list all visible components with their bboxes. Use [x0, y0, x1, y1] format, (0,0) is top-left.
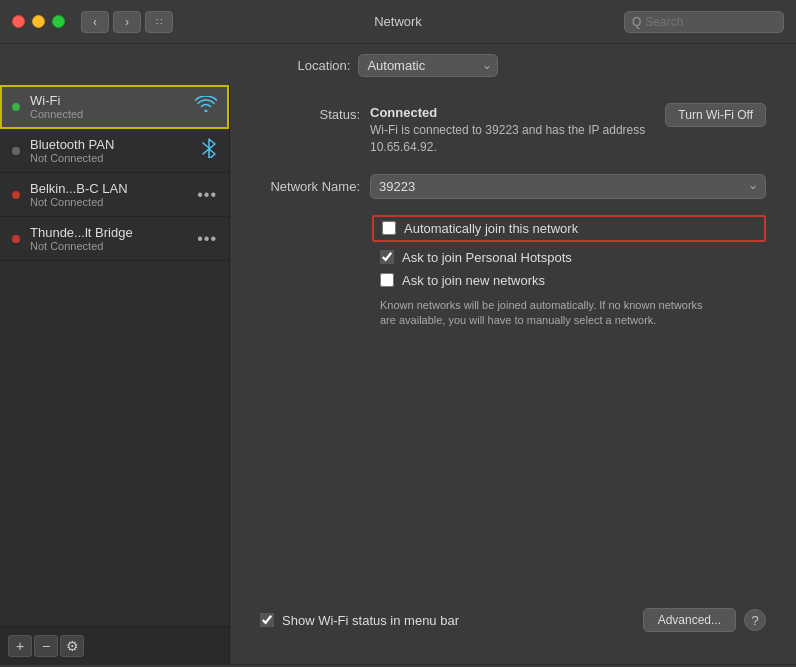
location-label: Location:: [298, 58, 351, 73]
auto-join-label: Automatically join this network: [404, 221, 578, 236]
gear-button[interactable]: ⚙: [60, 635, 84, 657]
wifi-icon: [195, 96, 217, 117]
search-bar[interactable]: Q: [624, 11, 784, 33]
personal-hotspot-checkbox[interactable]: [380, 250, 394, 264]
network-name-row: Network Name: 39223: [260, 174, 766, 199]
location-bar: Location: Automatic Home Work: [0, 44, 796, 85]
minimize-button[interactable]: [32, 15, 45, 28]
status-dot-thunderbolt: [12, 235, 20, 243]
wifi-item-info: Wi-Fi Connected: [30, 93, 185, 120]
belkin-item-status: Not Connected: [30, 196, 187, 208]
forward-button[interactable]: ›: [113, 11, 141, 33]
status-label: Status:: [260, 105, 370, 122]
sidebar-list: Wi-Fi Connected Bluetooth PAN: [0, 85, 229, 626]
turn-wifi-off-button[interactable]: Turn Wi-Fi Off: [665, 103, 766, 127]
bluetooth-item-info: Bluetooth PAN Not Connected: [30, 137, 191, 164]
status-detail: Wi-Fi is connected to 39223 and has the …: [370, 122, 649, 156]
personal-hotspot-label: Ask to join Personal Hotspots: [402, 250, 572, 265]
window-title: Network: [374, 14, 422, 29]
sidebar-item-thunderbolt[interactable]: Thunde...lt Bridge Not Connected •••: [0, 217, 229, 261]
remove-network-button[interactable]: −: [34, 635, 58, 657]
sidebar-item-bluetooth[interactable]: Bluetooth PAN Not Connected: [0, 129, 229, 173]
new-networks-label: Ask to join new networks: [402, 273, 545, 288]
help-button[interactable]: ?: [744, 609, 766, 631]
location-select-wrap: Automatic Home Work: [358, 54, 498, 77]
status-info: Connected Wi-Fi is connected to 39223 an…: [370, 105, 649, 156]
status-dot-belkin: [12, 191, 20, 199]
show-status-checkbox[interactable]: [260, 613, 274, 627]
search-input[interactable]: [645, 15, 776, 29]
advanced-button[interactable]: Advanced...: [643, 608, 736, 632]
auto-join-row: Automatically join this network: [372, 215, 766, 242]
ethernet-icon-belkin: •••: [197, 186, 217, 204]
back-button[interactable]: ‹: [81, 11, 109, 33]
new-networks-note: Known networks will be joined automatica…: [380, 298, 720, 329]
add-network-button[interactable]: +: [8, 635, 32, 657]
status-row: Status: Connected Wi-Fi is connected to …: [260, 105, 766, 156]
belkin-item-name: Belkin...B-C LAN: [30, 181, 187, 196]
bluetooth-item-status: Not Connected: [30, 152, 191, 164]
show-status-label: Show Wi-Fi status in menu bar: [282, 613, 459, 628]
sidebar-item-wifi[interactable]: Wi-Fi Connected: [0, 85, 229, 129]
ethernet-icon-thunderbolt: •••: [197, 230, 217, 248]
auto-join-checkbox[interactable]: [382, 221, 396, 235]
thunderbolt-item-info: Thunde...lt Bridge Not Connected: [30, 225, 187, 252]
network-name-select[interactable]: 39223: [370, 174, 766, 199]
wifi-item-status: Connected: [30, 108, 185, 120]
search-icon: Q: [632, 15, 641, 29]
bluetooth-item-name: Bluetooth PAN: [30, 137, 191, 152]
status-dot-bluetooth: [12, 147, 20, 155]
new-networks-checkbox[interactable]: [380, 273, 394, 287]
show-status-row: Show Wi-Fi status in menu bar: [260, 613, 643, 628]
detail-panel: Status: Connected Wi-Fi is connected to …: [230, 85, 796, 664]
sidebar-item-belkin[interactable]: Belkin...B-C LAN Not Connected •••: [0, 173, 229, 217]
maximize-button[interactable]: [52, 15, 65, 28]
new-networks-row: Ask to join new networks: [380, 273, 766, 288]
network-select-wrap: 39223: [370, 174, 766, 199]
thunderbolt-item-status: Not Connected: [30, 240, 187, 252]
thunderbolt-item-name: Thunde...lt Bridge: [30, 225, 187, 240]
network-name-label: Network Name:: [260, 179, 370, 194]
bluetooth-icon: [201, 138, 217, 163]
sidebar-toolbar: + − ⚙: [0, 626, 229, 664]
close-button[interactable]: [12, 15, 25, 28]
location-select[interactable]: Automatic Home Work: [358, 54, 498, 77]
detail-bottom: Show Wi-Fi status in menu bar Advanced..…: [260, 608, 766, 632]
titlebar: ‹ › ∷ Network Q: [0, 0, 796, 44]
status-dot-wifi: [12, 103, 20, 111]
status-value: Connected: [370, 105, 649, 120]
nav-buttons: ‹ ›: [81, 11, 141, 33]
traffic-lights: [12, 15, 65, 28]
belkin-item-info: Belkin...B-C LAN Not Connected: [30, 181, 187, 208]
grid-button[interactable]: ∷: [145, 11, 173, 33]
main-content: Wi-Fi Connected Bluetooth PAN: [0, 85, 796, 664]
wifi-item-name: Wi-Fi: [30, 93, 185, 108]
sidebar: Wi-Fi Connected Bluetooth PAN: [0, 85, 230, 664]
personal-hotspot-row: Ask to join Personal Hotspots: [380, 250, 766, 265]
